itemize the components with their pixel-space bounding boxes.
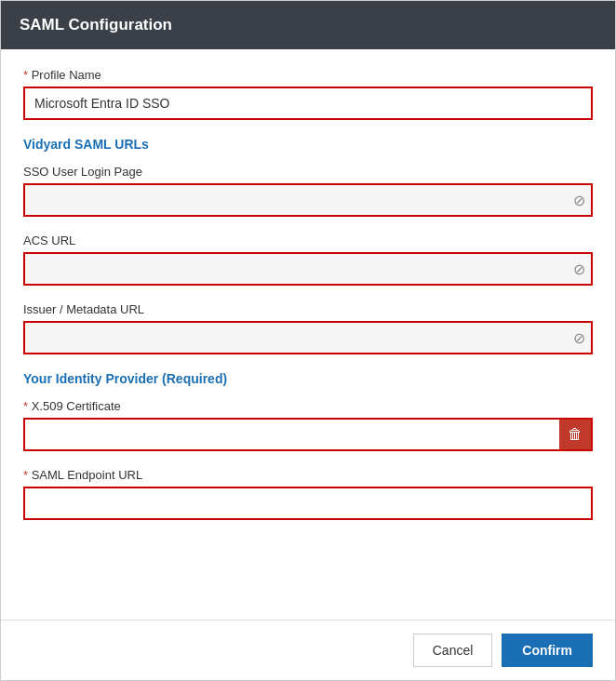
x509-certificate-input-wrapper: 🗑: [23, 418, 593, 451]
issuer-metadata-group: Issuer / Metadata URL ⊘: [23, 302, 593, 354]
saml-endpoint-group: SAML Endpoint URL: [23, 468, 593, 520]
x509-certificate-input[interactable]: [23, 418, 559, 451]
profile-name-input[interactable]: [23, 87, 593, 120]
sso-user-login-group: SSO User Login Page ⊘: [23, 165, 593, 217]
modal-header: SAML Configuration: [1, 1, 615, 49]
modal-title: SAML Configuration: [20, 16, 172, 33]
issuer-metadata-input-wrapper: ⊘: [23, 321, 593, 354]
profile-name-group: Profile Name: [23, 68, 593, 120]
x509-certificate-group: X.509 Certificate 🗑: [23, 399, 593, 451]
x509-delete-button[interactable]: 🗑: [559, 418, 593, 451]
profile-name-label: Profile Name: [23, 68, 593, 82]
modal-body: Profile Name Vidyard SAML URLs SSO User …: [1, 49, 615, 620]
issuer-metadata-input[interactable]: [23, 321, 593, 354]
saml-endpoint-label: SAML Endpoint URL: [23, 468, 593, 482]
acs-url-label: ACS URL: [23, 234, 593, 247]
cancel-button[interactable]: Cancel: [413, 634, 493, 667]
modal-footer: Cancel Confirm: [1, 620, 615, 680]
trash-icon: 🗑: [568, 426, 583, 443]
sso-user-login-input[interactable]: [23, 183, 593, 217]
acs-url-input-wrapper: ⊘: [23, 252, 593, 286]
acs-url-input[interactable]: [23, 252, 593, 286]
confirm-button[interactable]: Confirm: [502, 634, 593, 667]
x509-certificate-label: X.509 Certificate: [23, 399, 593, 413]
sso-user-login-label: SSO User Login Page: [23, 165, 593, 179]
vidyard-saml-urls-heading: Vidyard SAML URLs: [23, 137, 593, 152]
acs-url-group: ACS URL ⊘: [23, 234, 593, 286]
issuer-metadata-label: Issuer / Metadata URL: [23, 302, 593, 316]
sso-user-login-input-wrapper: ⊘: [23, 183, 593, 217]
saml-endpoint-input[interactable]: [23, 487, 593, 520]
identity-provider-heading: Your Identity Provider (Required): [23, 371, 593, 386]
modal-container: SAML Configuration Profile Name Vidyard …: [0, 0, 616, 681]
